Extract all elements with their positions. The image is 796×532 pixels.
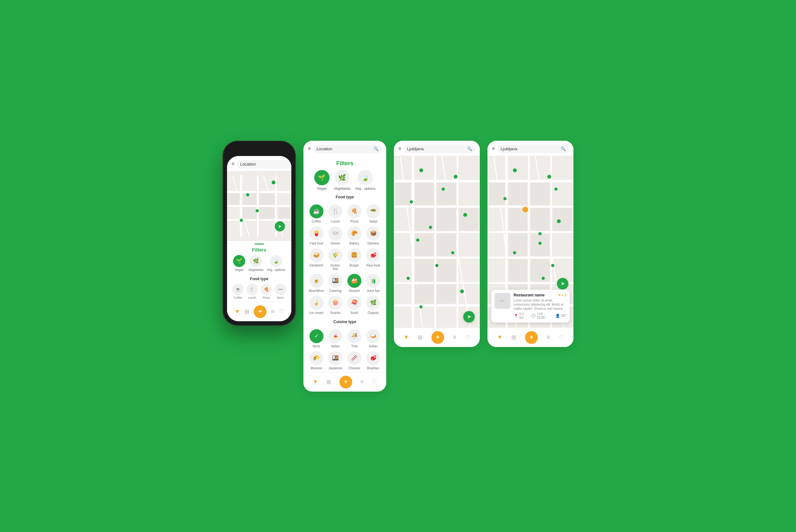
heart-nav-icon-3[interactable]: ♡	[465, 334, 470, 341]
map-pin-1	[271, 180, 276, 184]
search-input-wrap-3[interactable]: 🔍	[404, 145, 475, 153]
grid-nav-icon-1[interactable]: ⊞	[245, 308, 249, 315]
svg-rect-33	[415, 234, 434, 256]
compass-btn-3[interactable]: ➤	[463, 311, 475, 323]
restaurant-rating-4: ★ 4,9	[558, 293, 566, 297]
ftype-gluten-2[interactable]: 🌾Gluten-free	[328, 248, 344, 271]
search-icon-4[interactable]: 🔍	[561, 147, 566, 151]
filter-chip-veg-1[interactable]: 🌿 Vegetarian	[248, 255, 264, 271]
map-area-3: ➤	[394, 156, 480, 328]
ftype-dessert-2[interactable]: 🍰Dessert	[346, 274, 362, 292]
food-pizza-1[interactable]: 🍕 Pizza	[261, 284, 272, 299]
search-input-2[interactable]	[317, 147, 372, 151]
heart-nav-icon-1[interactable]: ♡	[279, 308, 284, 315]
svg-point-64	[500, 299, 502, 301]
search-input-1[interactable]	[240, 162, 291, 167]
cuisine-none-2[interactable]: ✓None	[308, 329, 324, 348]
add-fab-4[interactable]: +	[525, 331, 538, 344]
vegopts-icon-1: 🍃	[270, 255, 282, 267]
menu-icon-3[interactable]: ≡	[398, 146, 401, 152]
svg-rect-30	[437, 208, 456, 230]
restaurant-thumbnail-4	[494, 293, 510, 309]
add-fab-3[interactable]: +	[432, 331, 444, 344]
ftype-burger-2[interactable]: 🍔Burger	[346, 248, 362, 271]
ftype-rawfood-2[interactable]: 🥩Raw-food	[365, 248, 381, 271]
filter-chip-vegan-1[interactable]: 🌱 Vegan	[233, 255, 245, 271]
restaurant-name-row-4: Restaurant name ★ 4,9	[514, 293, 566, 297]
phone-notch	[246, 148, 272, 155]
ftype-fastfood-2[interactable]: 🍟Fast food	[308, 226, 324, 245]
search-input-4[interactable]	[500, 147, 559, 151]
ftype-dinner-2[interactable]: 🍽Dinner	[328, 226, 344, 245]
ftype-bakery-2[interactable]: 🥐Bakery	[346, 226, 362, 245]
list-nav-icon-3[interactable]: ≡	[453, 334, 457, 341]
ftype-delivery-2[interactable]: 📦Delivery	[365, 226, 381, 245]
veg-chip-2[interactable]: 🌿 Vegetarian	[334, 170, 351, 190]
filter-chip-vegopts-1[interactable]: 🍃 Veg - options	[267, 255, 285, 271]
compass-btn-1[interactable]: ➤	[275, 221, 285, 231]
ftype-dinner-label-2: Dinner	[331, 242, 340, 245]
list-nav-icon-1[interactable]: ≡	[271, 308, 274, 315]
cuisine-brazilian-2[interactable]: 🥩Brazilian	[365, 351, 381, 370]
ftype-beer-icon-2: 🍺	[309, 274, 323, 288]
filter-nav-icon-4[interactable]: ▼	[497, 334, 503, 341]
menu-icon-2[interactable]: ≡	[308, 146, 311, 152]
ftype-coffee-2[interactable]: ☕Coffee	[308, 204, 324, 223]
food-coffee-1[interactable]: ☕ Coffee	[232, 284, 244, 299]
map-pin-selected-4[interactable]	[523, 207, 528, 212]
cuisine-chinese-2[interactable]: 🥢Chinese	[346, 351, 362, 370]
cuisine-thai-2[interactable]: 🍜Thai	[346, 329, 362, 348]
add-fab-2[interactable]: +	[339, 376, 352, 388]
cuisine-japanese-2[interactable]: 🍱Japanese	[328, 351, 344, 370]
veg-big-icon-2: 🌿	[335, 170, 350, 185]
ftype-coffee-label-2: Coffee	[312, 220, 321, 223]
ftype-ice-2[interactable]: 🍦Ice-cream	[308, 296, 324, 315]
add-fab-1[interactable]: +	[254, 305, 266, 318]
ftype-organic-2[interactable]: 🌿Organic	[365, 296, 381, 315]
map-pin-3-12	[419, 305, 422, 308]
list-nav-icon-2[interactable]: ≡	[360, 379, 364, 385]
search-input-wrap-1[interactable]: 🔍	[237, 160, 291, 168]
grid-nav-icon-2[interactable]: ⊞	[326, 379, 331, 385]
cuisine-mexican-2[interactable]: 🌮Mexican	[308, 351, 324, 370]
vegopts-chip-2[interactable]: 🍃 Veg - options	[355, 170, 375, 190]
compass-btn-4[interactable]: ➤	[557, 278, 568, 289]
ftype-sushi-2[interactable]: 🍣Sushi	[346, 296, 362, 315]
search-input-wrap-4[interactable]: 🔍	[497, 145, 569, 153]
cuisine-indian-2[interactable]: 🍛Indian	[365, 329, 381, 348]
ftype-beer-2[interactable]: 🍺Beer/Wine	[308, 274, 324, 292]
menu-icon-1[interactable]: ≡	[231, 161, 234, 167]
vegan-chip-2[interactable]: 🌱 Vegan	[314, 170, 329, 190]
grid-nav-icon-3[interactable]: ⊞	[418, 334, 422, 341]
ftype-catering-2[interactable]: 🍱Catering	[328, 274, 344, 292]
grid-nav-icon-4[interactable]: ⊞	[511, 334, 516, 341]
search-input-wrap-2[interactable]: 🔍	[313, 145, 382, 153]
heart-nav-icon-2[interactable]: ♡	[372, 379, 377, 385]
filters-header-2: Filters	[303, 156, 386, 170]
restaurant-people-4: 👤 297	[555, 314, 566, 318]
menu-icon-4[interactable]: ≡	[492, 146, 495, 152]
search-bar-2: ≡ 🔍	[303, 141, 386, 156]
ftype-lunch-2[interactable]: 🍴Lunch	[328, 204, 344, 223]
svg-rect-63	[499, 297, 506, 304]
ftype-salad-2[interactable]: 🥗Salad	[365, 204, 381, 223]
search-icon-2[interactable]: 🔍	[374, 147, 379, 151]
ftype-juice-2[interactable]: 🧃Juice bar	[365, 274, 381, 292]
food-lunch-1[interactable]: 🍴 Lunch	[246, 284, 258, 299]
ftype-sandwich-label-2: Sandwich	[309, 264, 323, 267]
search-input-3[interactable]	[407, 147, 465, 151]
restaurant-info-4: Restaurant name ★ 4,9 Lorem ipsum dolor …	[514, 293, 566, 319]
svg-rect-54	[530, 208, 550, 230]
heart-nav-icon-4[interactable]: ♡	[559, 334, 564, 341]
food-more-1[interactable]: ••• More	[275, 284, 287, 299]
filter-nav-icon-3[interactable]: ▼	[403, 334, 409, 341]
filter-nav-icon-1[interactable]: ▼	[234, 308, 240, 315]
ftype-pizza-2[interactable]: 🍕Pizza	[346, 204, 362, 223]
ftype-snacks-2[interactable]: 🍿Snacks	[328, 296, 344, 315]
ftype-sandwich-2[interactable]: 🥪Sandwich	[308, 248, 324, 271]
restaurant-popup-4[interactable]: Restaurant name ★ 4,9 Lorem ipsum dolor …	[491, 290, 570, 323]
filter-nav-icon-2[interactable]: ▼	[313, 379, 318, 385]
list-nav-icon-4[interactable]: ≡	[547, 334, 550, 341]
cuisine-italian-2[interactable]: 🍝Italian	[328, 329, 344, 348]
search-icon-3[interactable]: 🔍	[467, 147, 472, 151]
